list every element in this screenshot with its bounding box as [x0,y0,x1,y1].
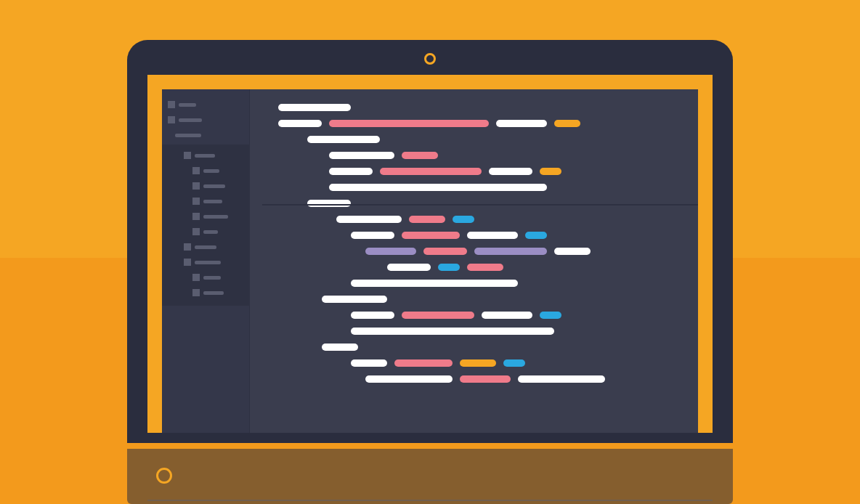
file-icon [168,101,175,108]
file-icon [192,274,200,281]
file-tree-item[interactable] [162,286,249,299]
file-label [195,261,221,264]
code-line[interactable] [271,275,688,291]
file-tree-item[interactable] [162,129,249,142]
code-line[interactable] [271,99,688,115]
code-line[interactable] [271,307,688,323]
file-icon [192,167,200,174]
code-token [402,312,474,319]
file-tree-item[interactable] [162,256,249,269]
code-token [387,264,431,271]
code-line[interactable] [271,291,688,307]
code-line[interactable] [271,163,688,179]
file-label [203,169,219,173]
file-icon [192,228,200,235]
code-token [402,232,460,239]
file-tree-sidebar[interactable] [162,89,249,433]
code-token [409,216,445,223]
code-token [496,120,547,127]
code-line[interactable] [271,227,688,243]
code-line[interactable] [271,131,688,147]
code-token [460,375,511,383]
code-token [322,296,387,303]
code-token [329,120,489,127]
file-icon [184,259,191,266]
code-token [351,328,554,335]
code-token [554,120,580,127]
hinge-line [147,500,713,501]
file-icon [168,116,175,123]
file-tree-item[interactable] [162,179,249,192]
file-icon [184,152,191,159]
file-tree-item[interactable] [162,271,249,284]
file-label [203,230,218,234]
file-icon [184,243,191,251]
code-token [489,168,532,175]
file-tree-item[interactable] [162,240,249,253]
editor-gutter [249,89,262,433]
code-token [365,375,453,383]
file-icon [192,182,200,190]
laptop-shell [127,40,733,443]
code-token [460,359,496,367]
file-tree-item[interactable] [162,98,249,111]
code-token [503,359,525,367]
code-line[interactable] [271,259,688,275]
file-label [203,200,222,203]
code-token [554,248,591,255]
code-area[interactable] [262,89,698,433]
code-line[interactable] [271,195,688,211]
file-tree-item[interactable] [162,113,249,126]
file-tree-item[interactable] [162,195,249,208]
file-tree-item[interactable] [162,210,249,223]
code-line[interactable] [271,115,688,131]
file-tree-item[interactable] [162,225,249,238]
file-tree-folder[interactable] [162,145,249,306]
code-token [322,344,358,351]
power-led-icon [156,468,172,484]
code-line[interactable] [271,371,688,387]
camera-icon [424,53,436,65]
file-tree-item[interactable] [162,164,249,177]
file-icon [192,289,200,296]
code-token [329,168,373,175]
code-line[interactable] [271,179,688,195]
code-token [329,152,394,159]
file-label [179,103,196,107]
file-tree-item[interactable] [162,149,249,162]
code-line[interactable] [271,243,688,259]
code-line[interactable] [271,211,688,227]
file-icon [192,198,200,205]
code-token [351,312,394,319]
code-token [453,216,474,223]
code-token [525,232,547,239]
code-line[interactable] [271,355,688,371]
file-label [203,215,228,219]
editor-split-line [262,204,698,206]
code-token [467,264,503,271]
file-label [195,154,215,158]
code-token [351,280,518,287]
file-label [179,118,202,122]
code-token [474,248,547,255]
code-token [518,375,605,383]
code-line[interactable] [271,323,688,339]
code-token [394,359,453,367]
code-line[interactable] [271,147,688,163]
file-label [203,276,221,280]
code-token [351,232,394,239]
code-token [540,168,561,175]
file-label [203,184,225,188]
code-token [329,184,547,191]
code-token [307,136,380,143]
code-token [380,168,482,175]
file-label [195,245,216,249]
code-token [351,359,387,367]
code-token [278,120,322,127]
code-token [423,248,467,255]
file-icon [192,213,200,220]
code-token [402,152,438,159]
file-label [203,291,224,295]
code-line[interactable] [271,339,688,355]
code-editor [162,89,698,433]
